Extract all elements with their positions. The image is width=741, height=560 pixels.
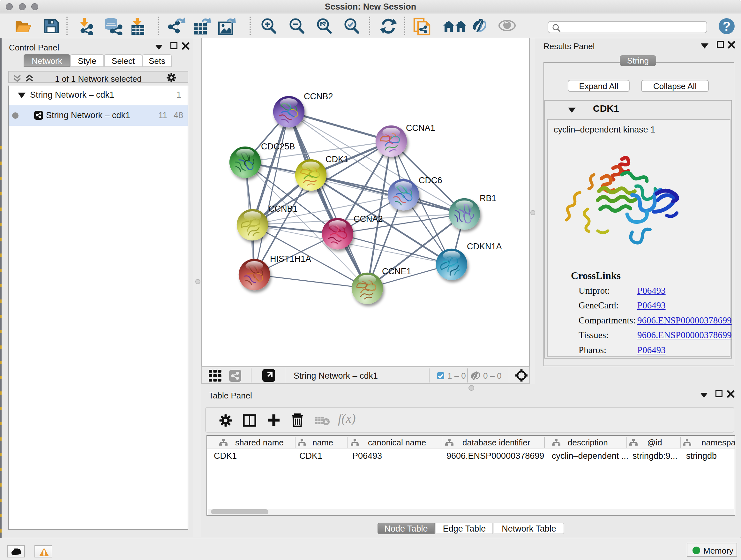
svg-text:CCNB1: CCNB1 [268,204,298,213]
svg-text:RB1: RB1 [480,193,496,203]
svg-text:CCNE1: CCNE1 [382,266,411,276]
svg-text:CDC6: CDC6 [419,176,442,185]
svg-text:HIST1H1A: HIST1H1A [270,254,311,264]
svg-text:CDK1: CDK1 [326,154,348,164]
svg-text:CCNB2: CCNB2 [304,91,333,101]
svg-text:CCNA2: CCNA2 [354,214,383,224]
svg-text:CDC25B: CDC25B [261,142,295,151]
svg-text:CCNA1: CCNA1 [406,123,435,133]
svg-text:CDKN1A: CDKN1A [467,242,502,251]
